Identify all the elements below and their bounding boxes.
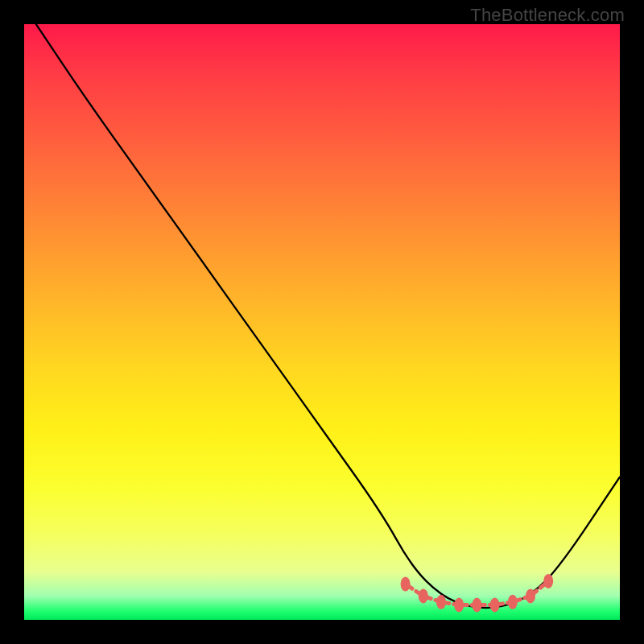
chart-markers [401,574,554,613]
chart-marker [543,574,553,588]
chart-marker [508,595,518,609]
chart-marker [436,595,446,609]
chart-marker [419,588,428,603]
bottleneck-curve [36,24,620,608]
chart-marker [526,588,535,603]
chart-plot-area [24,24,620,620]
watermark: TheBottleneck.com [470,5,625,26]
chart-svg [24,24,620,620]
chart-marker [454,598,464,613]
chart-marker [472,598,481,613]
chart-marker [490,598,500,613]
chart-marker [401,577,411,592]
